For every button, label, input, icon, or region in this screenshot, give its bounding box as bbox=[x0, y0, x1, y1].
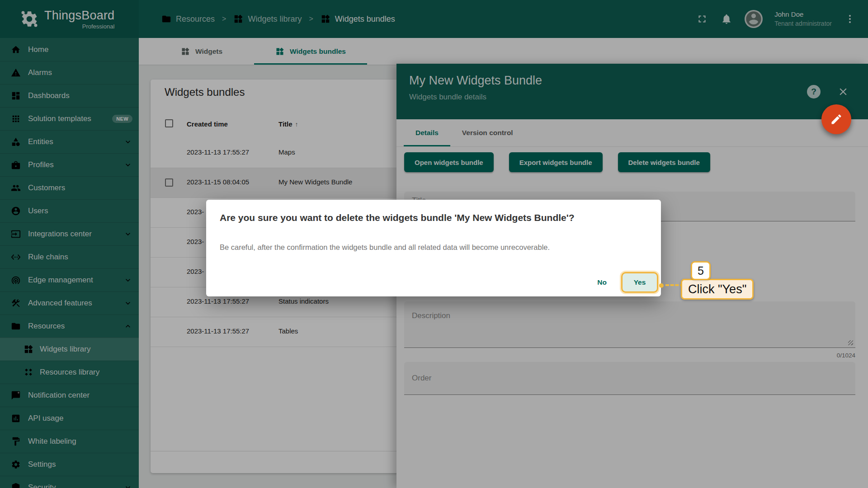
yes-button-highlight: Yes bbox=[621, 272, 658, 293]
annotation-step-badge: 5 bbox=[691, 261, 711, 280]
delete-confirm-dialog: Are you sure you want to delete the widg… bbox=[206, 200, 661, 296]
annotation-connector-dot bbox=[659, 283, 664, 288]
dialog-title: Are you sure you want to delete the widg… bbox=[220, 212, 647, 223]
no-button[interactable]: No bbox=[589, 274, 615, 291]
yes-button[interactable]: Yes bbox=[634, 278, 646, 286]
app-root: ThingsBoard Professional Resources > Wid… bbox=[0, 0, 868, 488]
dialog-actions: No Yes bbox=[589, 272, 658, 293]
dialog-message: Be careful, after the confirmation the w… bbox=[220, 243, 647, 252]
annotation-label: Click "Yes" bbox=[681, 279, 754, 300]
pencil-icon bbox=[830, 113, 843, 126]
edit-fab-button[interactable] bbox=[821, 104, 851, 134]
